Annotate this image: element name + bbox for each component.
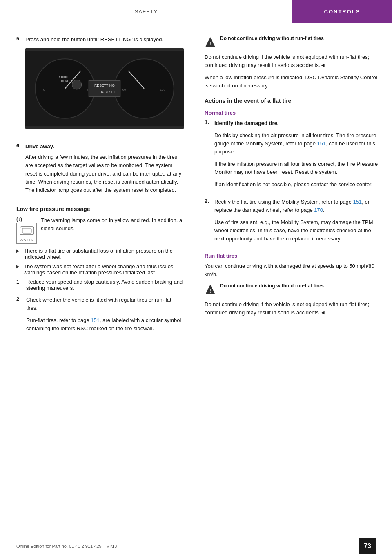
low-tire-warning-text: The warning lamps come on in yellow and …	[41, 216, 184, 233]
low-tire-warning-text-content: The warning lamps come on in yellow and …	[41, 216, 184, 237]
dashboard-svg: x1000 RPM ! RESETTING ▶ RESET	[25, 48, 184, 129]
footer-edition-text: Online Edition for Part no. 01 40 2 911 …	[16, 544, 117, 549]
header-safety-tab: SAFETY	[0, 0, 292, 23]
warning-1-text: Do not continue driving without run-flat…	[220, 36, 380, 42]
right-step-1-title: Identify the damaged tire.	[214, 119, 380, 127]
right-column: ! Do not continue driving without run-fl…	[196, 36, 392, 342]
warning-triangle-3: !	[205, 283, 217, 296]
warning-1-title: Do not continue driving without run-flat…	[220, 36, 380, 41]
warning-3-title: Do not continue driving without run-flat…	[220, 283, 380, 289]
ref-link-151-r1[interactable]: 151	[317, 140, 326, 147]
warning-icon-svg-1: !	[205, 36, 216, 48]
svg-text:!: !	[209, 40, 211, 47]
svg-text:!: !	[209, 288, 211, 294]
actions-heading: Actions in the event of a flat tire	[205, 98, 380, 104]
main-content: 5. Press and hold the button until "RESE…	[0, 23, 392, 366]
right-step-2-content: Rectify the flat tire using the Mobility…	[214, 198, 380, 247]
bullet-text-1: There is a flat tire or substantial loss…	[24, 248, 184, 260]
step-6-number: 6.	[16, 142, 25, 198]
low-tire-warning-section: (↓) LOW TIRE The warning lamps come on i…	[16, 216, 184, 244]
svg-rect-17	[22, 228, 31, 233]
page-header: SAFETY CONTROLS	[0, 0, 392, 23]
right-step-1-num: 1.	[205, 119, 211, 193]
right-step-1-body2: If the tire inflation pressure in all fo…	[214, 160, 380, 176]
step-5-number: 5.	[16, 36, 25, 136]
left-step-2: 2. Check whether the vehicle is fitted w…	[16, 296, 184, 337]
warning-2-body: When a low inflation pressure is indicat…	[205, 73, 380, 90]
bullet-text-2: The system was not reset after a wheel c…	[24, 263, 184, 276]
svg-point-5	[72, 80, 81, 89]
tire-warning-symbol: (↓)	[16, 216, 37, 222]
step-6: 6. Drive away. After driving a few minut…	[16, 142, 184, 198]
warning-box-3: ! Do not continue driving without run-fl…	[205, 283, 380, 296]
safety-label: SAFETY	[135, 9, 158, 15]
svg-text:60: 60	[122, 88, 126, 91]
right-step-1-body3: If an identification is not possible, pl…	[214, 180, 380, 189]
left-step-1: 1. Reduce your speed and stop cautiously…	[16, 279, 184, 291]
left-step-1-text: Reduce your speed and stop cautiously. A…	[26, 279, 184, 291]
page-number-box: 73	[359, 538, 376, 554]
tire-icon-svg	[19, 225, 35, 236]
header-controls-tab: CONTROLS	[292, 0, 392, 23]
ref-link-151-r2[interactable]: 151	[353, 199, 362, 205]
runflat-intro: You can continue driving with a damaged …	[205, 262, 380, 278]
left-step-2-num: 2.	[16, 296, 23, 337]
step-5: 5. Press and hold the button until "RESE…	[16, 36, 184, 136]
step-5-content: Press and hold the button until "RESETTI…	[25, 36, 184, 136]
left-step-2-text: Check whether the vehicle is fitted with…	[26, 296, 184, 312]
right-step-2: 2. Rectify the flat tire using the Mobil…	[205, 198, 380, 247]
page-footer: Online Edition for Part no. 01 40 2 911 …	[0, 536, 392, 556]
step-6-content: Drive away. After driving a few minutes,…	[25, 142, 184, 198]
svg-text:RESETTING: RESETTING	[94, 83, 115, 87]
low-tire-icon-box: (↓) LOW TIRE	[16, 216, 37, 244]
warning-3-body: Do not continue driving if the vehicle i…	[205, 300, 380, 317]
step-5-text: Press and hold the button until "RESETTI…	[25, 36, 184, 44]
right-step-2-body2: Use of tire sealant, e.g., the Mobility …	[214, 218, 380, 243]
controls-label: CONTROLS	[324, 9, 361, 15]
warning-3-text: Do not continue driving without run-flat…	[220, 283, 380, 289]
low-tire-label: LOW TIRE	[16, 223, 37, 244]
instrument-cluster-image: x1000 RPM ! RESETTING ▶ RESET	[25, 48, 184, 129]
svg-text:RPM: RPM	[61, 79, 68, 83]
svg-text:!: !	[75, 82, 77, 87]
bullet-arrow-2: ▶	[16, 264, 21, 269]
low-pressure-heading: Low tire pressure message	[16, 206, 184, 212]
ref-link-170-r2[interactable]: 170	[314, 207, 323, 213]
svg-text:8: 8	[87, 88, 88, 91]
bullet-item-2: ▶ The system was not reset after a wheel…	[16, 263, 184, 276]
page-number: 73	[364, 543, 371, 550]
warning-1-body: Do not continue driving if the vehicle i…	[205, 53, 380, 69]
warning-box-1: ! Do not continue driving without run-fl…	[205, 36, 380, 49]
right-step-1-body1: Do this by checking the air pressure in …	[214, 131, 380, 156]
runflat-subheading: Run-flat tires	[205, 253, 380, 259]
bullet-item-1: ▶ There is a flat tire or substantial lo…	[16, 248, 184, 260]
right-step-2-num: 2.	[205, 198, 211, 247]
step-6-title: Drive away.	[25, 142, 184, 151]
svg-text:x1000: x1000	[59, 75, 67, 79]
ref-link-151-left[interactable]: 151	[91, 317, 100, 323]
step-6-body: After driving a few minutes, the set inf…	[25, 153, 184, 194]
left-column: 5. Press and hold the button until "RESE…	[0, 36, 196, 342]
left-step-2-content: Check whether the vehicle is fitted with…	[26, 296, 184, 337]
left-step-1-num: 1.	[16, 279, 23, 291]
right-step-1: 1. Identify the damaged tire. Do this by…	[205, 119, 380, 193]
bullet-arrow-1: ▶	[16, 249, 21, 253]
svg-text:▶ RESET: ▶ RESET	[101, 90, 115, 94]
left-step-2-extra: Run-flat tires, refer to page 151, are l…	[26, 316, 184, 333]
svg-text:120: 120	[160, 88, 165, 91]
low-tire-text: LOW TIRE	[19, 238, 34, 242]
warning-triangle-1: !	[205, 36, 217, 49]
warning-icon-svg-3: !	[205, 284, 216, 295]
right-step-2-body1: Rectify the flat tire using the Mobility…	[214, 198, 380, 214]
svg-rect-16	[20, 227, 34, 235]
right-step-1-content: Identify the damaged tire. Do this by ch…	[214, 119, 380, 193]
svg-text:0: 0	[43, 88, 45, 91]
normal-tires-subheading: Normal tires	[205, 110, 380, 116]
